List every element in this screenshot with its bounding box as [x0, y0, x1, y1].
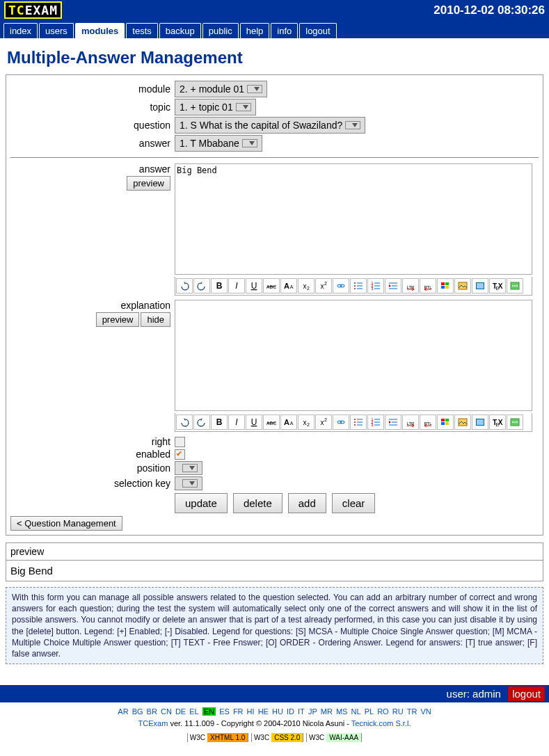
ol-icon[interactable]: 123 [367, 278, 384, 293]
app-link[interactable]: TCExam [138, 719, 168, 727]
answer-textarea[interactable] [175, 163, 532, 275]
image-icon[interactable] [454, 278, 471, 293]
update-button[interactable]: update [175, 493, 228, 513]
ol-icon[interactable]: 123 [367, 415, 384, 430]
badge-WAI-AAA[interactable]: W3CWAI-AAA [306, 733, 362, 742]
lang-MR[interactable]: MR [321, 707, 333, 716]
ltr-icon[interactable]: LTR [402, 278, 419, 293]
indent-icon[interactable] [385, 278, 401, 293]
lang-AR[interactable]: AR [118, 707, 128, 716]
lang-MS[interactable]: MS [336, 707, 348, 716]
lang-DE[interactable]: DE [175, 707, 186, 716]
lang-BG[interactable]: BG [132, 707, 143, 716]
lang-HI[interactable]: HI [247, 707, 255, 716]
topic-select[interactable]: 1. + topic 01 [175, 99, 256, 115]
lang-JP[interactable]: JP [308, 707, 317, 716]
undo-icon[interactable] [176, 415, 193, 430]
right-checkbox[interactable] [175, 437, 185, 447]
question-select[interactable]: 1. S What is the capital of Swaziland? [175, 117, 365, 134]
ul-icon[interactable] [350, 415, 367, 430]
color-icon[interactable] [437, 278, 454, 293]
object-icon[interactable] [472, 278, 488, 293]
lang-EL[interactable]: EL [189, 707, 198, 716]
enabled-checkbox[interactable] [175, 449, 185, 460]
italic-icon[interactable]: I [228, 415, 245, 430]
nav-logout[interactable]: logout [299, 23, 336, 38]
lang-BR[interactable]: BR [147, 707, 157, 716]
bold-icon[interactable]: B [211, 278, 228, 293]
position-select[interactable] [175, 461, 202, 475]
lang-ID[interactable]: ID [287, 707, 294, 716]
italic-icon[interactable]: I [228, 278, 245, 293]
explanation-preview-button[interactable]: preview [96, 312, 140, 327]
lang-HU[interactable]: HU [272, 707, 283, 716]
svg-point-59 [354, 421, 356, 423]
sup-icon[interactable]: x2 [315, 415, 332, 430]
font-icon[interactable]: AA [280, 278, 297, 293]
lang-EN[interactable]: EN [202, 707, 216, 716]
logout-button[interactable]: logout [508, 686, 545, 701]
link-icon[interactable] [333, 415, 349, 430]
nav-users[interactable]: users [39, 23, 74, 38]
font-icon[interactable]: AA [280, 415, 297, 430]
lang-IT[interactable]: IT [298, 707, 305, 716]
module-label: module [10, 83, 175, 95]
tecnick-link[interactable]: Tecnick.com S.r.l. [351, 719, 411, 727]
rtl-icon[interactable]: RTL [420, 278, 436, 293]
strike-icon[interactable]: ABC [263, 278, 280, 293]
lang-VN[interactable]: VN [420, 707, 431, 716]
underline-icon[interactable]: U [246, 278, 262, 293]
object-icon[interactable] [472, 415, 488, 430]
nav-tests[interactable]: tests [126, 23, 157, 38]
selection-key-select[interactable] [175, 476, 202, 490]
color-icon[interactable] [437, 415, 454, 430]
nav-backup[interactable]: backup [159, 23, 201, 38]
svg-text:U: U [251, 281, 257, 291]
lang-ES[interactable]: ES [219, 707, 230, 716]
indent-icon[interactable] [385, 415, 401, 430]
add-button[interactable]: add [288, 493, 326, 513]
answer-preview-button[interactable]: preview [127, 176, 170, 191]
more-icon[interactable] [507, 278, 523, 293]
more-icon[interactable] [507, 415, 523, 430]
ltr-icon[interactable]: LTR [402, 415, 419, 430]
clear-button[interactable]: clear [332, 493, 376, 513]
undo-icon[interactable] [176, 278, 193, 293]
lang-RO[interactable]: RO [377, 707, 389, 716]
bold-icon[interactable]: B [211, 415, 228, 430]
lang-CN[interactable]: CN [161, 707, 172, 716]
explanation-textarea[interactable] [175, 300, 532, 411]
tex-icon[interactable]: TEX [489, 278, 506, 293]
answer-select[interactable]: 1. T Mbabane [175, 135, 262, 152]
underline-icon[interactable]: U [246, 415, 262, 430]
sub-icon[interactable]: x2 [298, 278, 315, 293]
image-icon[interactable] [454, 415, 471, 430]
module-select[interactable]: 2. + module 01 [175, 81, 267, 97]
nav-modules[interactable]: modules [75, 23, 125, 38]
nav-info[interactable]: info [271, 23, 298, 38]
delete-button[interactable]: delete [233, 493, 283, 513]
lang-RU[interactable]: RU [392, 707, 404, 716]
selection-key-label: selection key [10, 478, 175, 489]
lang-FR[interactable]: FR [233, 707, 244, 716]
nav-public[interactable]: public [202, 23, 239, 38]
tex-icon[interactable]: TEX [489, 415, 506, 430]
ul-icon[interactable] [350, 278, 367, 293]
link-icon[interactable] [333, 278, 349, 293]
sub-icon[interactable]: x2 [298, 415, 315, 430]
explanation-hide-button[interactable]: hide [141, 312, 170, 327]
lang-TR[interactable]: TR [407, 707, 417, 716]
strike-icon[interactable]: ABC [263, 415, 280, 430]
sup-icon[interactable]: x2 [315, 278, 332, 293]
nav-help[interactable]: help [240, 23, 270, 38]
rtl-icon[interactable]: RTL [420, 415, 436, 430]
redo-icon[interactable] [193, 415, 210, 430]
lang-NL[interactable]: NL [351, 707, 361, 716]
redo-icon[interactable] [193, 278, 210, 293]
back-button[interactable]: < Question Management [10, 516, 122, 531]
nav-index[interactable]: index [3, 23, 38, 38]
badge-CSS2.0[interactable]: W3CCSS 2.0 [251, 733, 303, 742]
lang-HE[interactable]: HE [258, 707, 269, 716]
lang-PL[interactable]: PL [365, 707, 374, 716]
badge-XHTML1.0[interactable]: W3CXHTML 1.0 [187, 733, 248, 742]
